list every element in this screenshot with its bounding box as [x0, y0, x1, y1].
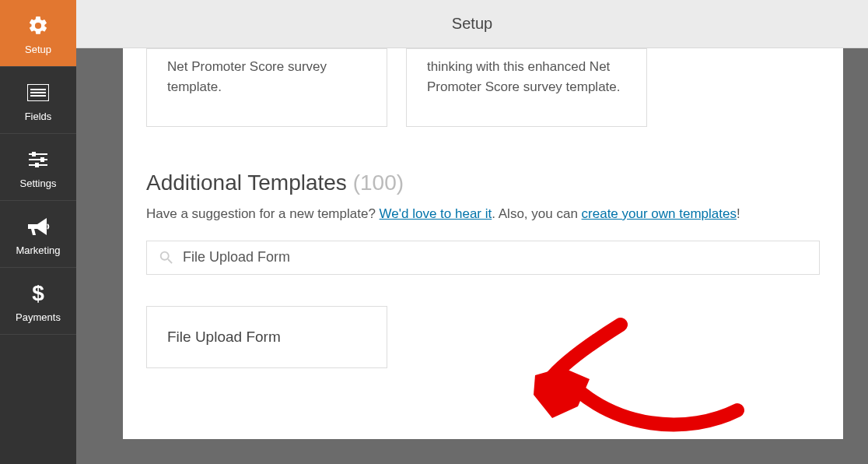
gear-icon — [27, 14, 49, 37]
sidebar-item-label: Fields — [25, 111, 52, 122]
svg-rect-7 — [40, 157, 44, 162]
sidebar-item-label: Payments — [16, 311, 61, 323]
additional-templates-heading: Additional Templates (100) — [146, 170, 820, 195]
dollar-icon: $ — [31, 282, 45, 305]
sidebar-item-marketing[interactable]: Marketing — [0, 201, 76, 268]
sidebar-item-label: Settings — [20, 178, 57, 189]
suggestion-text: Have a suggestion for a new template? We… — [146, 206, 820, 222]
sidebar-item-fields[interactable]: Fields — [0, 67, 76, 134]
sliders-icon — [27, 148, 49, 171]
template-result-title: File Upload Form — [167, 329, 366, 346]
template-card[interactable]: thinking with this enhanced Net Promoter… — [406, 48, 647, 127]
suggestion-link-create[interactable]: create your own templates — [582, 206, 737, 221]
svg-rect-5 — [32, 152, 36, 156]
annotation-arrow — [520, 294, 768, 464]
topbar: Setup — [76, 0, 868, 48]
sidebar-item-label: Marketing — [16, 244, 60, 256]
template-result-card[interactable]: File Upload Form — [146, 306, 387, 368]
template-card[interactable]: Net Promoter Score survey template. — [146, 48, 387, 127]
svg-text:$: $ — [32, 282, 44, 305]
template-card-text: Net Promoter Score survey template. — [167, 57, 366, 98]
template-card-text: thinking with this enhanced Net Promoter… — [427, 57, 626, 98]
bullhorn-icon — [26, 215, 50, 238]
sidebar-item-settings[interactable]: Settings — [0, 134, 76, 201]
search-input[interactable] — [183, 249, 808, 265]
heading-text: Additional Templates — [146, 170, 347, 195]
page-title: Setup — [452, 15, 492, 33]
sidebar-item-setup[interactable]: Setup — [0, 0, 76, 67]
sidebar-item-payments[interactable]: $ Payments — [0, 268, 76, 335]
heading-count: (100) — [353, 170, 404, 195]
template-search[interactable] — [146, 241, 820, 275]
suggestion-link-hear[interactable]: We'd love to hear it — [380, 206, 492, 221]
sidebar: Setup Fields Settings Marketing $ Paymen… — [0, 0, 76, 464]
list-icon — [27, 81, 49, 104]
sidebar-item-label: Setup — [25, 44, 51, 55]
search-icon — [158, 249, 175, 266]
content-panel: Net Promoter Score survey template. thin… — [123, 48, 843, 439]
svg-rect-9 — [35, 163, 39, 167]
